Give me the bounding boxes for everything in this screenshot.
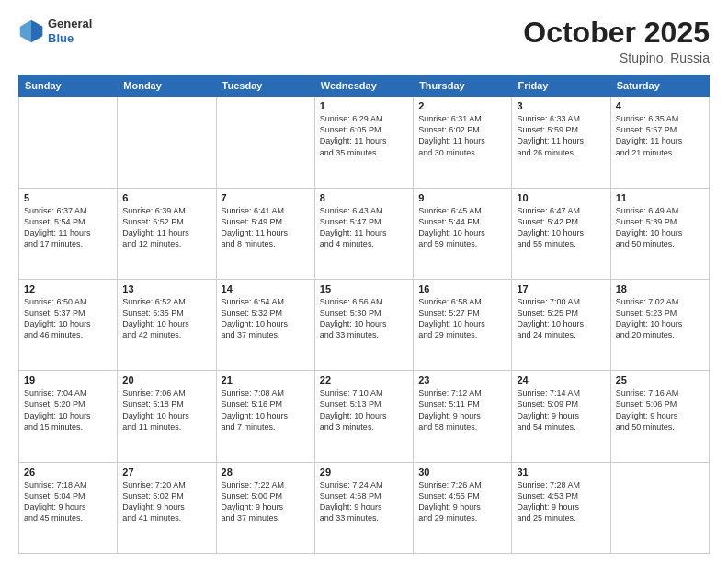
calendar-cell — [19, 97, 118, 188]
calendar-cell: 28Sunrise: 7:22 AMSunset: 5:00 PMDayligh… — [216, 462, 314, 553]
logo-icon — [18, 18, 44, 44]
day-number: 13 — [122, 283, 210, 294]
col-header-wednesday: Wednesday — [314, 75, 413, 97]
cell-content: Sunrise: 6:41 AMSunset: 5:49 PMDaylight:… — [222, 205, 310, 250]
cell-content: Sunrise: 6:49 AMSunset: 5:39 PMDaylight:… — [616, 205, 704, 250]
month-title: October 2025 — [523, 17, 710, 49]
calendar-cell: 20Sunrise: 7:06 AMSunset: 5:18 PMDayligh… — [118, 371, 216, 462]
cell-content: Sunrise: 7:16 AMSunset: 5:06 PMDaylight:… — [616, 387, 704, 432]
cell-content: Sunrise: 7:24 AMSunset: 4:58 PMDaylight:… — [320, 479, 408, 524]
cell-content: Sunrise: 6:39 AMSunset: 5:52 PMDaylight:… — [122, 205, 210, 250]
cell-content: Sunrise: 7:14 AMSunset: 5:09 PMDaylight:… — [517, 387, 605, 432]
day-number: 14 — [222, 283, 310, 294]
day-number: 6 — [122, 192, 210, 203]
cell-content: Sunrise: 6:31 AMSunset: 6:02 PMDaylight:… — [418, 113, 506, 158]
calendar-cell — [118, 97, 216, 188]
col-header-saturday: Saturday — [610, 75, 709, 97]
day-number: 11 — [616, 192, 704, 203]
svg-marker-2 — [31, 19, 42, 42]
day-number: 12 — [24, 283, 112, 294]
calendar-header-row: SundayMondayTuesdayWednesdayThursdayFrid… — [19, 75, 710, 97]
cell-content: Sunrise: 7:26 AMSunset: 4:55 PMDaylight:… — [418, 479, 506, 524]
calendar-cell: 12Sunrise: 6:50 AMSunset: 5:37 PMDayligh… — [19, 279, 118, 370]
cell-content: Sunrise: 7:08 AMSunset: 5:16 PMDaylight:… — [222, 387, 310, 432]
col-header-thursday: Thursday — [414, 75, 512, 97]
day-number: 3 — [517, 100, 605, 111]
calendar-cell: 14Sunrise: 6:54 AMSunset: 5:32 PMDayligh… — [216, 279, 314, 370]
cell-content: Sunrise: 6:47 AMSunset: 5:42 PMDaylight:… — [517, 205, 605, 250]
cell-content: Sunrise: 6:52 AMSunset: 5:35 PMDaylight:… — [122, 296, 210, 341]
day-number: 4 — [616, 100, 704, 111]
calendar-week-row: 1Sunrise: 6:29 AMSunset: 6:05 PMDaylight… — [19, 97, 710, 188]
cell-content: Sunrise: 7:18 AMSunset: 5:04 PMDaylight:… — [24, 479, 112, 524]
cell-content: Sunrise: 6:33 AMSunset: 5:59 PMDaylight:… — [517, 113, 605, 158]
calendar-cell: 6Sunrise: 6:39 AMSunset: 5:52 PMDaylight… — [118, 188, 216, 279]
calendar-cell — [610, 462, 709, 553]
cell-content: Sunrise: 7:10 AMSunset: 5:13 PMDaylight:… — [320, 387, 408, 432]
header: General Blue October 2025 Stupino, Russi… — [18, 17, 710, 65]
title-block: October 2025 Stupino, Russia — [523, 17, 710, 65]
calendar-table: SundayMondayTuesdayWednesdayThursdayFrid… — [18, 75, 710, 554]
calendar-cell: 10Sunrise: 6:47 AMSunset: 5:42 PMDayligh… — [512, 188, 610, 279]
calendar-cell: 21Sunrise: 7:08 AMSunset: 5:16 PMDayligh… — [216, 371, 314, 462]
calendar-cell: 19Sunrise: 7:04 AMSunset: 5:20 PMDayligh… — [19, 371, 118, 462]
day-number: 25 — [616, 374, 704, 385]
calendar-cell: 17Sunrise: 7:00 AMSunset: 5:25 PMDayligh… — [512, 279, 610, 370]
calendar-cell: 31Sunrise: 7:28 AMSunset: 4:53 PMDayligh… — [512, 462, 610, 553]
day-number: 9 — [418, 192, 506, 203]
calendar-cell: 15Sunrise: 6:56 AMSunset: 5:30 PMDayligh… — [314, 279, 413, 370]
calendar-cell: 1Sunrise: 6:29 AMSunset: 6:05 PMDaylight… — [314, 97, 413, 188]
cell-content: Sunrise: 6:58 AMSunset: 5:27 PMDaylight:… — [418, 296, 506, 341]
calendar-cell: 27Sunrise: 7:20 AMSunset: 5:02 PMDayligh… — [118, 462, 216, 553]
day-number: 31 — [517, 466, 605, 477]
cell-content: Sunrise: 7:06 AMSunset: 5:18 PMDaylight:… — [122, 387, 210, 432]
calendar-cell: 25Sunrise: 7:16 AMSunset: 5:06 PMDayligh… — [610, 371, 709, 462]
day-number: 1 — [320, 100, 408, 111]
cell-content: Sunrise: 6:45 AMSunset: 5:44 PMDaylight:… — [418, 205, 506, 250]
location-subtitle: Stupino, Russia — [523, 51, 710, 65]
calendar-cell: 4Sunrise: 6:35 AMSunset: 5:57 PMDaylight… — [610, 97, 709, 188]
cell-content: Sunrise: 7:20 AMSunset: 5:02 PMDaylight:… — [122, 479, 210, 524]
day-number: 8 — [320, 192, 408, 203]
cell-content: Sunrise: 6:56 AMSunset: 5:30 PMDaylight:… — [320, 296, 408, 341]
day-number: 2 — [418, 100, 506, 111]
calendar-week-row: 5Sunrise: 6:37 AMSunset: 5:54 PMDaylight… — [19, 188, 710, 279]
calendar-cell: 11Sunrise: 6:49 AMSunset: 5:39 PMDayligh… — [610, 188, 709, 279]
cell-content: Sunrise: 7:00 AMSunset: 5:25 PMDaylight:… — [517, 296, 605, 341]
cell-content: Sunrise: 7:22 AMSunset: 5:00 PMDaylight:… — [222, 479, 310, 524]
day-number: 18 — [616, 283, 704, 294]
col-header-sunday: Sunday — [19, 75, 118, 97]
calendar-cell — [216, 97, 314, 188]
cell-content: Sunrise: 6:35 AMSunset: 5:57 PMDaylight:… — [616, 113, 704, 158]
col-header-friday: Friday — [512, 75, 610, 97]
calendar-week-row: 26Sunrise: 7:18 AMSunset: 5:04 PMDayligh… — [19, 462, 710, 553]
day-number: 17 — [517, 283, 605, 294]
calendar-cell: 3Sunrise: 6:33 AMSunset: 5:59 PMDaylight… — [512, 97, 610, 188]
day-number: 23 — [418, 374, 506, 385]
calendar-cell: 30Sunrise: 7:26 AMSunset: 4:55 PMDayligh… — [414, 462, 512, 553]
cell-content: Sunrise: 7:02 AMSunset: 5:23 PMDaylight:… — [616, 296, 704, 341]
calendar-cell: 24Sunrise: 7:14 AMSunset: 5:09 PMDayligh… — [512, 371, 610, 462]
day-number: 30 — [418, 466, 506, 477]
day-number: 10 — [517, 192, 605, 203]
day-number: 15 — [320, 283, 408, 294]
calendar-cell: 16Sunrise: 6:58 AMSunset: 5:27 PMDayligh… — [414, 279, 512, 370]
calendar-cell: 7Sunrise: 6:41 AMSunset: 5:49 PMDaylight… — [216, 188, 314, 279]
calendar-cell: 2Sunrise: 6:31 AMSunset: 6:02 PMDaylight… — [414, 97, 512, 188]
calendar-cell: 23Sunrise: 7:12 AMSunset: 5:11 PMDayligh… — [414, 371, 512, 462]
col-header-tuesday: Tuesday — [216, 75, 314, 97]
cell-content: Sunrise: 6:37 AMSunset: 5:54 PMDaylight:… — [24, 205, 112, 250]
calendar-cell: 26Sunrise: 7:18 AMSunset: 5:04 PMDayligh… — [19, 462, 118, 553]
cell-content: Sunrise: 6:54 AMSunset: 5:32 PMDaylight:… — [222, 296, 310, 341]
calendar-cell: 22Sunrise: 7:10 AMSunset: 5:13 PMDayligh… — [314, 371, 413, 462]
day-number: 28 — [222, 466, 310, 477]
calendar-cell: 8Sunrise: 6:43 AMSunset: 5:47 PMDaylight… — [314, 188, 413, 279]
cell-content: Sunrise: 7:12 AMSunset: 5:11 PMDaylight:… — [418, 387, 506, 432]
calendar-cell: 5Sunrise: 6:37 AMSunset: 5:54 PMDaylight… — [19, 188, 118, 279]
cell-content: Sunrise: 6:50 AMSunset: 5:37 PMDaylight:… — [24, 296, 112, 341]
logo: General Blue — [18, 17, 92, 45]
calendar-week-row: 19Sunrise: 7:04 AMSunset: 5:20 PMDayligh… — [19, 371, 710, 462]
day-number: 21 — [222, 374, 310, 385]
calendar-cell: 13Sunrise: 6:52 AMSunset: 5:35 PMDayligh… — [118, 279, 216, 370]
day-number: 29 — [320, 466, 408, 477]
